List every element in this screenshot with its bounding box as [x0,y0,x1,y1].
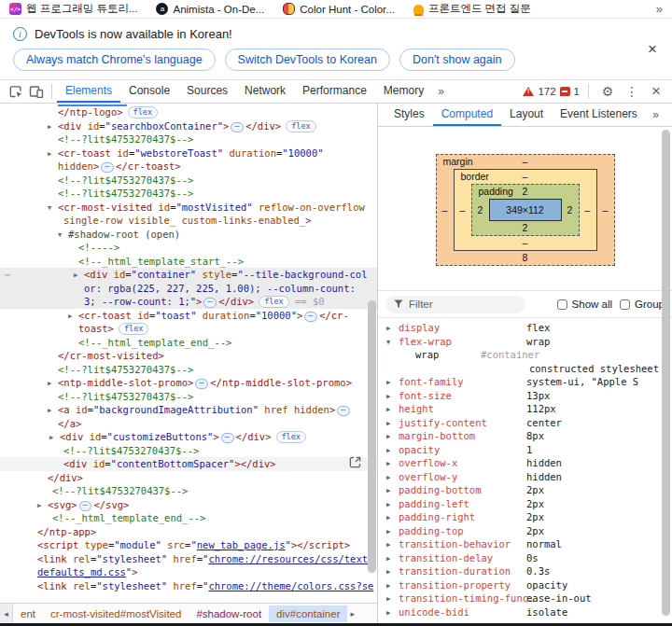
bookmarks-overflow-icon[interactable]: » [656,2,663,16]
error-badge[interactable]: 172 [523,86,555,97]
tab-network[interactable]: Network [236,80,294,103]
expand-arrow-icon[interactable]: ▶ [68,310,72,324]
property-expand-arrow-icon[interactable]: ▶ [386,565,390,579]
inspect-element-icon[interactable] [6,82,26,101]
expand-ellipsis-icon[interactable]: ⋯ [304,312,317,322]
dom-tree-row[interactable]: <!--?lit$4753270437$--> [0,484,377,498]
expand-ellipsis-icon[interactable]: ⋯ [337,406,350,416]
notification-button[interactable]: Switch DevTools to Korean [225,49,390,71]
flex-badge[interactable]: flex [128,106,158,118]
dom-tree-row[interactable]: toast>flex [0,322,377,336]
expand-arrow-icon[interactable]: ▶ [49,431,53,445]
property-expand-arrow-icon[interactable]: ▶ [386,511,390,525]
computed-property-row[interactable]: ▶font-size13px [378,389,661,403]
dom-tree-row[interactable]: <link rel="stylesheet" href="chrome://th… [0,579,377,593]
computed-property-row[interactable]: ▶transition-propertyopacity [378,578,661,592]
property-expand-arrow-icon[interactable]: ▶ [386,525,390,539]
expand-arrow-icon[interactable]: ▼ [58,229,62,243]
computed-property-row[interactable]: ▶padding-right2px [378,510,661,524]
dom-tree-row[interactable]: ▼<cr-most-visited id="mostVisited" reflo… [0,201,377,215]
dom-tree-row[interactable]: ▼#shadow-root (open) [0,228,377,242]
expand-arrow-icon[interactable]: ▶ [48,377,51,391]
expand-arrow-icon[interactable]: ▶ [48,120,51,134]
property-expand-arrow-icon[interactable]: ▼ [386,336,390,350]
property-expand-arrow-icon[interactable]: ▶ [386,376,390,390]
computed-property-row[interactable]: ▼flex-wrapwrap [378,335,661,349]
dom-tree-row[interactable]: <!--?lit$4753270437$--> [0,132,377,146]
property-expand-arrow-icon[interactable]: ▶ [386,471,390,485]
property-expand-arrow-icon[interactable]: ▶ [386,444,390,458]
dom-tree-row[interactable]: <div id="contentBottomSpacer"></div> [0,457,377,471]
tab-elements[interactable]: Elements [57,80,120,103]
group-checkbox[interactable]: Group [620,299,665,310]
computed-property-row[interactable]: ▶transition-behaviornormal [378,537,661,551]
breadcrumb-item[interactable]: div#container [269,605,347,622]
tab-console[interactable]: Console [120,80,178,103]
property-expand-arrow-icon[interactable]: ▶ [386,322,390,336]
computed-property-row[interactable]: ▶displayflex [378,321,661,335]
property-expand-arrow-icon[interactable]: ▶ [386,417,390,431]
dom-tree-row[interactable]: ▶<svg>⋯</svg> [0,498,377,512]
dom-tree-row[interactable]: </ntp-app> [0,525,377,539]
breadcrumb-item[interactable]: cr-most-visited#mostVisited [43,605,189,622]
bookmark-item[interactable]: </>웹 프로그래밍 튜토리... [9,2,137,16]
dom-tree-row[interactable]: <!--?lit$4753270437$--> [0,390,377,404]
dom-tree-row[interactable]: <!--?lit$4753270437$--> [0,444,377,458]
computed-property-row[interactable]: ▶transition-timing-func…ease-in-out [378,591,661,605]
computed-property-row[interactable]: ▶transition-duration0.3s [378,564,661,578]
computed-property-row[interactable]: ▶justify-contentcenter [378,416,661,430]
box-model-margin[interactable]: margin – – border – – [436,154,615,266]
devtools-close-icon[interactable]: × [646,82,666,101]
dom-tree-row[interactable]: </div> [0,471,377,485]
dom-tree-row[interactable]: ▶<a id="backgroundImageAttribution" href… [0,403,377,417]
breadcrumb-back-icon[interactable]: ◂ [0,604,13,623]
tab-memory[interactable]: Memory [375,80,432,103]
dom-tree-row[interactable]: single-row visible_ custom-links-enabled… [0,214,377,228]
property-expand-arrow-icon[interactable]: ▶ [386,606,390,620]
scroll-into-view-icon[interactable] [348,455,364,471]
expand-ellipsis-icon[interactable]: ⋯ [203,298,217,308]
dom-tree-row[interactable]: ⋯▶<div id="container" style="--tile-back… [0,268,377,282]
expand-arrow-icon[interactable]: ▶ [48,404,51,418]
dom-tree-row[interactable]: <!----> [0,241,377,255]
dom-tree-row[interactable]: ▶<cr-toast id="toast" duration="10000">⋯… [0,309,377,323]
dom-tree-row[interactable]: <!--?lit$4753270437$--> [0,363,377,377]
dom-tree-row[interactable]: <!--_html_template_start_--> [0,255,377,269]
expand-ellipsis-icon[interactable]: ⋯ [79,501,92,511]
bookmark-item[interactable]: aAnimista - On-De... [156,3,264,15]
box-model-padding[interactable]: padding 2 2 349×112 2 2 [471,184,580,236]
computed-property-row[interactable]: ▶transition-delay0s [378,551,661,565]
elements-scrollbar[interactable] [368,300,376,573]
sidebar-scrollbar[interactable] [662,130,670,616]
computed-property-row[interactable]: ▶height112px [378,402,661,416]
computed-property-row[interactable]: ▶opacity1 [378,443,661,457]
box-model-border[interactable]: border – – padding 2 2 [454,169,597,251]
more-tabs-icon[interactable]: » [432,85,450,98]
dom-tree-row[interactable]: hidden>⋯</cr-toast> [0,160,377,174]
dom-tree-row[interactable]: <!--_html_template_end_--> [0,511,377,525]
sidebar-tab-event-listeners[interactable]: Event Listeners [552,104,646,126]
notification-button[interactable]: Don't show again [399,49,515,71]
property-expand-arrow-icon[interactable]: ▶ [386,390,390,404]
expand-arrow-icon[interactable]: ▼ [48,202,51,216]
bookmark-item[interactable]: Color Hunt - Color... [283,3,395,15]
property-expand-arrow-icon[interactable]: ▶ [386,484,390,498]
computed-property-row[interactable]: ▶overflow-xhidden [378,456,661,470]
flex-badge[interactable]: flex [276,431,306,443]
notification-close-icon[interactable]: × [648,41,657,57]
property-expand-arrow-icon[interactable]: ▶ [386,592,390,606]
tab-sources[interactable]: Sources [178,80,236,103]
dom-tree-row[interactable]: ▶<cr-toast id="webstoreToast" duration="… [0,146,377,160]
sidebar-more-tabs-icon[interactable]: » [652,108,659,121]
dom-tree-row[interactable]: <!--?lit$4753270437$--> [0,174,377,188]
breadcrumb-item[interactable]: #shadow-root [189,605,269,622]
tab-performance[interactable]: Performance [294,80,375,103]
dom-tree-row[interactable]: </a> [0,417,377,431]
dom-tree-row[interactable]: <!--?lit$4753270437$--> [0,187,377,201]
computed-property-row[interactable]: ▶padding-left2px [378,497,661,511]
dom-tree-row[interactable]: <link rel="stylesheet" href="chrome://re… [0,552,377,566]
filter-input[interactable]: Filter [385,296,525,313]
dom-tree-row[interactable]: ▶<ntp-middle-slot-promo>⋯</ntp-middle-sl… [0,376,377,390]
property-expand-arrow-icon[interactable]: ▶ [386,430,390,444]
property-expand-arrow-icon[interactable]: ▶ [386,403,390,417]
